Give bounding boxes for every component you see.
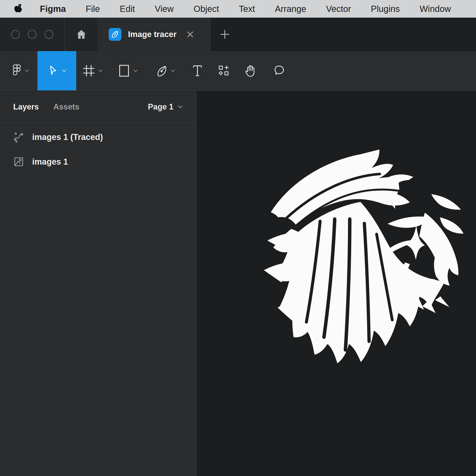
home-icon xyxy=(76,29,87,40)
lion-logo-artwork xyxy=(260,148,466,365)
comment-icon xyxy=(273,65,285,77)
layer-row-traced[interactable]: images 1 (Traced) xyxy=(0,126,196,148)
apple-menu[interactable] xyxy=(6,3,30,15)
figma-app-screen: Figma File Edit View Object Text Arrange… xyxy=(0,0,476,476)
frame-tool-button[interactable] xyxy=(76,51,109,90)
page-selector-label: Page 1 xyxy=(148,102,173,112)
text-icon xyxy=(191,64,204,77)
tab-strip-empty xyxy=(211,18,476,51)
shape-tool-button[interactable] xyxy=(109,51,147,90)
chevron-down-icon xyxy=(98,69,103,72)
apple-icon xyxy=(13,3,23,15)
pen-tool-button[interactable] xyxy=(147,51,184,90)
menu-item-file[interactable]: File xyxy=(76,4,110,14)
chevron-down-icon xyxy=(133,69,138,72)
tab-layers[interactable]: Layers xyxy=(13,102,39,112)
menu-item-text[interactable]: Text xyxy=(229,4,265,14)
menu-item-object[interactable]: Object xyxy=(184,4,229,14)
chevron-down-icon xyxy=(62,69,67,72)
tab-title: Image tracer xyxy=(128,30,176,39)
tab-assets[interactable]: Assets xyxy=(53,102,79,112)
layers-panel-header: Layers Assets Page 1 xyxy=(0,91,196,123)
home-tab[interactable] xyxy=(65,18,98,51)
comment-tool-button[interactable] xyxy=(264,51,294,90)
canvas[interactable] xyxy=(197,91,476,476)
resources-icon xyxy=(218,65,230,77)
chevron-down-icon xyxy=(24,69,29,72)
window-close-button[interactable] xyxy=(11,30,20,39)
menu-item-vector[interactable]: Vector xyxy=(316,4,361,14)
menu-item-edit[interactable]: Edit xyxy=(110,4,145,14)
vector-path-icon xyxy=(13,131,25,143)
layer-row-image[interactable]: images 1 xyxy=(0,151,196,172)
figma-logo-icon xyxy=(13,64,21,77)
tab-image-tracer[interactable]: Image tracer xyxy=(98,18,211,51)
layers-panel: Layers Assets Page 1 images 1 (Traced) xyxy=(0,91,196,476)
image-tracer-plugin-icon xyxy=(109,28,121,41)
menu-item-figma[interactable]: Figma xyxy=(30,4,76,14)
resources-button[interactable] xyxy=(211,51,237,90)
hand-tool-button[interactable] xyxy=(237,51,264,90)
traffic-lights xyxy=(0,18,65,51)
pen-icon xyxy=(155,64,168,77)
page-selector[interactable]: Page 1 xyxy=(148,102,183,112)
window-minimize-button[interactable] xyxy=(28,30,36,39)
toolbar xyxy=(0,51,476,91)
frame-icon xyxy=(83,65,95,77)
menu-item-arrange[interactable]: Arrange xyxy=(265,4,316,14)
hand-icon xyxy=(244,64,256,77)
image-icon xyxy=(13,156,25,168)
menu-item-window[interactable]: Window xyxy=(410,4,461,14)
move-cursor-icon xyxy=(47,65,59,77)
layer-name: images 1 (Traced) xyxy=(32,133,103,142)
window-zoom-button[interactable] xyxy=(45,30,53,39)
menu-item-view[interactable]: View xyxy=(145,4,184,14)
menu-item-plugins[interactable]: Plugins xyxy=(361,4,410,14)
chevron-down-icon xyxy=(177,105,183,109)
rectangle-icon xyxy=(118,64,130,77)
layer-name: images 1 xyxy=(32,157,68,167)
close-icon[interactable] xyxy=(186,30,194,38)
window-tab-bar: Image tracer xyxy=(0,18,476,51)
move-tool-button[interactable] xyxy=(37,51,76,90)
text-tool-button[interactable] xyxy=(184,51,211,90)
plus-icon[interactable] xyxy=(220,29,230,40)
main-menu-button[interactable] xyxy=(4,51,37,90)
macos-menu-bar: Figma File Edit View Object Text Arrange… xyxy=(0,0,476,18)
chevron-down-icon xyxy=(170,69,175,72)
